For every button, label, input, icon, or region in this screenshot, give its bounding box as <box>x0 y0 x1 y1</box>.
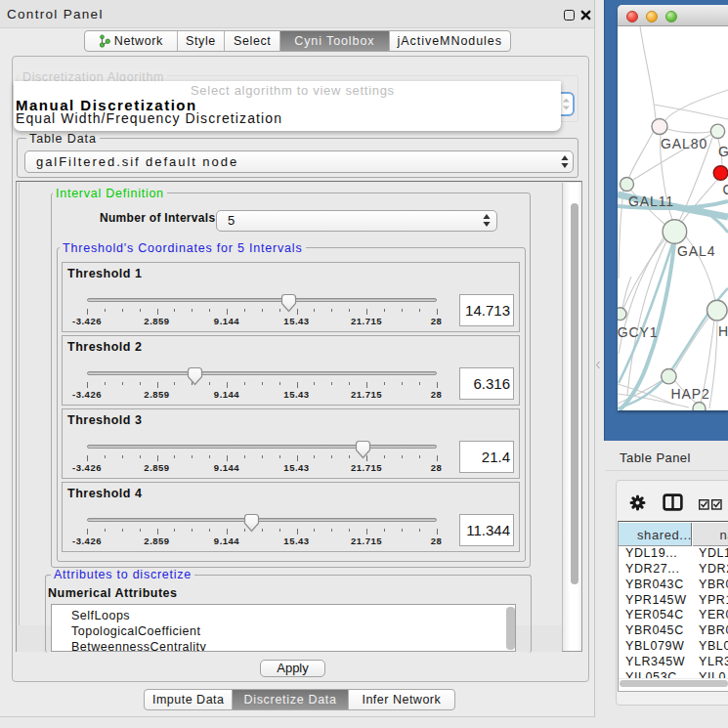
svg-text:GAL11: GAL11 <box>628 193 674 209</box>
svg-text:GAL80: GAL80 <box>661 136 707 151</box>
svg-text:H: H <box>718 323 728 339</box>
svg-text:HAP2: HAP2 <box>671 386 710 402</box>
svg-text:C: C <box>723 182 728 197</box>
svg-text:GCY1: GCY1 <box>618 324 659 340</box>
svg-text:GAL4: GAL4 <box>677 243 715 259</box>
svg-text:G.: G. <box>718 144 728 159</box>
